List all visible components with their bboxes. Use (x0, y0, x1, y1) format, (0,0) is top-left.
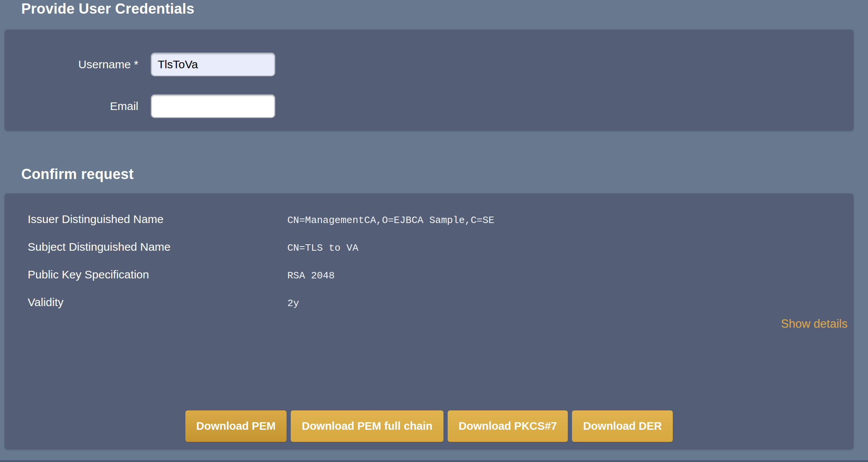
detail-row-subject-dn: Subject Distinguished Name CN=TLS to VA (28, 239, 838, 267)
username-input[interactable] (151, 53, 275, 76)
validity-value: 2y (287, 296, 299, 311)
email-label: Email (5, 100, 138, 113)
credentials-section-title: Provide User Credentials (21, 1, 194, 17)
public-key-spec-value: RSA 2048 (287, 268, 335, 283)
download-button-row: Download PEM Download PEM full chain Dow… (5, 410, 854, 442)
username-row: Username * (5, 53, 275, 76)
issuer-dn-label: Issuer Distinguished Name (28, 212, 287, 227)
download-pkcs7-button[interactable]: Download PKCS#7 (448, 410, 568, 442)
download-pem-full-chain-button[interactable]: Download PEM full chain (291, 410, 443, 442)
username-label: Username * (5, 58, 138, 71)
confirm-request-panel: Issuer Distinguished Name CN=ManagementC… (5, 193, 854, 449)
certificate-details: Issuer Distinguished Name CN=ManagementC… (28, 212, 838, 322)
validity-label: Validity (28, 295, 287, 310)
detail-row-issuer-dn: Issuer Distinguished Name CN=ManagementC… (28, 212, 838, 239)
subject-dn-value: CN=TLS to VA (287, 240, 358, 256)
public-key-spec-label: Public Key Specification (28, 267, 287, 282)
issuer-dn-value: CN=ManagementCA,O=EJBCA Sample,C=SE (287, 213, 494, 228)
download-pem-button[interactable]: Download PEM (185, 410, 287, 442)
detail-row-public-key-spec: Public Key Specification RSA 2048 (28, 267, 838, 295)
detail-row-validity: Validity 2y (28, 295, 838, 322)
page-bottom-strip (0, 460, 868, 462)
subject-dn-label: Subject Distinguished Name (28, 239, 287, 255)
email-input[interactable] (151, 94, 275, 118)
confirm-section-title: Confirm request (21, 166, 133, 182)
show-details-link[interactable]: Show details (781, 317, 848, 331)
download-der-button[interactable]: Download DER (572, 410, 673, 442)
credentials-panel: Username * Email (5, 30, 854, 131)
email-row: Email (5, 94, 275, 118)
